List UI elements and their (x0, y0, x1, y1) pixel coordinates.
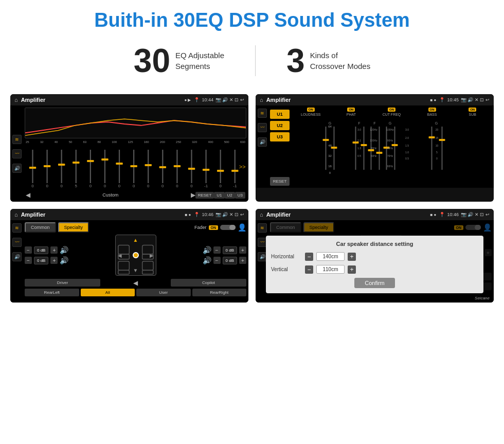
sp-icon-2[interactable]: 〰 (12, 238, 22, 247)
cross-icon-3[interactable]: 🔊 (258, 137, 267, 147)
screen-crossover: ⌂ Amplifier ■ ● 📍 10:45 📷 🔊 ✕ ⊡ ↩ ≋ 〰 🔊 … (256, 94, 494, 202)
db-plus-tl[interactable]: + (50, 246, 58, 254)
home-icon-4[interactable]: ⌂ (260, 211, 263, 218)
db-minus-br[interactable]: − (213, 257, 221, 264)
ch-phat: ON PHAT (332, 108, 371, 116)
horizontal-minus-btn[interactable]: − (305, 253, 313, 261)
db-value-br: 0 dB (223, 257, 237, 264)
ch-cutfreq: ON CUT FREQ (372, 108, 411, 116)
eq-prev-btn[interactable]: ◀ (26, 191, 30, 199)
confirm-btn[interactable]: Confirm (354, 278, 395, 288)
topbar-2-title: Amplifier (266, 97, 427, 103)
dist-person-icon: 👤 (483, 223, 492, 232)
sp-icon-3[interactable]: 🔊 (12, 252, 22, 261)
dist-specialty-tab[interactable]: Specialty (303, 222, 335, 233)
svg-rect-70 (439, 139, 445, 141)
speaker-diagram[interactable]: ▲ ◀ ▶ ▼ (115, 235, 156, 276)
vertical-plus-btn[interactable]: + (348, 265, 356, 274)
db-plus-bl[interactable]: + (50, 257, 58, 264)
u1-btn[interactable]: U1 (214, 192, 224, 199)
svg-text:0.5: 0.5 (357, 154, 361, 157)
u2-crossover-btn[interactable]: U2 (270, 121, 290, 130)
db-value-bl: 0 dB (34, 257, 48, 264)
bg-db-plus-3: + (484, 249, 492, 256)
specialty-tab[interactable]: Specialty (58, 222, 89, 233)
svg-rect-100 (118, 254, 129, 259)
db-control-bl: − 0 dB + 🔊 (25, 256, 113, 264)
home-icon-2[interactable]: ⌂ (260, 97, 263, 103)
fader-label: Fader (194, 225, 207, 230)
svg-rect-16 (44, 165, 50, 167)
eq-icon-1[interactable]: ≋ (12, 135, 22, 144)
db-plus-tr[interactable]: + (239, 246, 246, 254)
horizontal-plus-btn[interactable]: + (348, 253, 356, 261)
eq-icon-3[interactable]: 🔊 (12, 164, 22, 173)
svg-text:0: 0 (60, 184, 62, 188)
svg-text:1.5: 1.5 (405, 144, 409, 147)
svg-text:2.1: 2.1 (357, 139, 361, 142)
sp-icon-1[interactable]: ≋ (12, 223, 22, 233)
home-icon-3[interactable]: ⌂ (14, 211, 18, 218)
vertical-label: Vertical (271, 267, 302, 272)
screens-grid: ⌂ Amplifier ● ▶ 📍 10:44 📷 🔊 ✕ ⊡ ↩ ≋ 〰 🔊 (0, 89, 504, 313)
svg-text:1.0: 1.0 (405, 151, 409, 154)
svg-text:0: 0 (118, 184, 120, 188)
crossover-reset-btn[interactable]: RESET (270, 177, 290, 186)
svg-rect-28 (217, 170, 224, 172)
eq-icon-2[interactable]: 〰 (12, 149, 22, 158)
ch-loudness: ON LOUDNESS (292, 108, 330, 116)
svg-text:0: 0 (329, 171, 331, 174)
rearleft-btn[interactable]: RearLeft (25, 289, 79, 296)
ch-bass: ON BASS (413, 108, 452, 116)
svg-text:15: 15 (436, 136, 439, 139)
vertical-row: Vertical − 110cm + (271, 265, 478, 274)
vertical-minus-btn[interactable]: − (305, 265, 313, 274)
copilot-btn[interactable]: Copilot (171, 279, 246, 287)
svg-rect-25 (174, 165, 181, 167)
db-control-tl: − 0 dB + 🔊 (25, 246, 113, 254)
svg-text:100Hz: 100Hz (370, 139, 377, 142)
prev-icon[interactable]: ◀ (133, 279, 138, 287)
svg-text:5: 5 (436, 151, 438, 154)
u3-crossover-btn[interactable]: U3 (270, 132, 290, 141)
cross-icon-1[interactable]: ≋ (258, 109, 267, 118)
eq-graph (25, 108, 246, 138)
svg-rect-17 (58, 164, 65, 166)
svg-text:G: G (329, 121, 331, 125)
db-minus-bl[interactable]: − (25, 257, 32, 264)
db-minus-tl[interactable]: − (25, 246, 32, 254)
topbar-1-time: 10:44 (202, 97, 213, 102)
svg-rect-62 (331, 147, 337, 149)
stat-crossover-desc: Kinds of Crossover Modes (310, 50, 371, 72)
user-btn[interactable]: User (136, 289, 191, 296)
common-tab[interactable]: Common (25, 222, 56, 233)
reset-btn[interactable]: RESET (195, 192, 214, 199)
db-minus-tr[interactable]: − (213, 246, 221, 254)
u2-btn[interactable]: U2 (225, 192, 235, 199)
home-icon[interactable]: ⌂ (14, 97, 18, 103)
stat-eq-desc: EQ Adjustable Segments (175, 50, 224, 72)
svg-text:0: 0 (133, 184, 135, 188)
svg-text:0: 0 (176, 184, 178, 188)
rearright-btn[interactable]: RearRight (192, 289, 247, 296)
eq-bottom-bar: ◀ Custom ▶ RESET U1 U2 U3 (25, 189, 246, 200)
eq-next-btn[interactable]: ▶ (191, 191, 195, 199)
driver-btn[interactable]: Driver (25, 279, 100, 287)
dist-common-tab[interactable]: Common (270, 222, 301, 233)
dist-icon-1[interactable]: ≋ (258, 223, 267, 233)
u3-btn[interactable]: U3 (235, 192, 245, 199)
svg-text:G: G (435, 121, 438, 125)
svg-text:80Hz: 80Hz (371, 147, 377, 150)
stat-crossover-number: 3 (286, 42, 305, 80)
topbar-4-icons: 📍 10:46 📷 🔊 ✕ ⊡ ↩ (439, 212, 490, 217)
svg-text:G: G (389, 121, 391, 125)
svg-rect-106 (142, 270, 153, 274)
cross-icon-2[interactable]: 〰 (258, 123, 267, 132)
all-btn[interactable]: All (81, 289, 135, 296)
stats-row: 30 EQ Adjustable Segments 3 Kinds of Cro… (0, 37, 504, 89)
svg-text:0: 0 (190, 184, 192, 188)
svg-rect-23 (145, 164, 151, 166)
u1-crossover-btn[interactable]: U1 (270, 110, 290, 119)
db-plus-br[interactable]: + (239, 257, 246, 264)
svg-text:5: 5 (75, 184, 77, 188)
